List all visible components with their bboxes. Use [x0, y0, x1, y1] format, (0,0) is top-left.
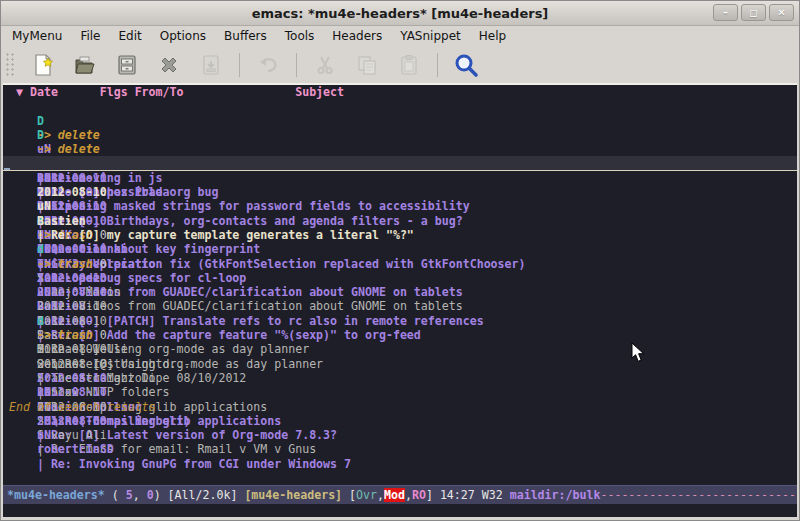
- modeline-segment-mod: Mod: [384, 488, 405, 502]
- maximize-button[interactable]: ◻: [741, 4, 766, 21]
- toolbar-separator: [296, 53, 297, 77]
- copy-icon: [355, 53, 379, 77]
- undo-button[interactable]: [250, 50, 286, 80]
- toolbar-separator: [437, 53, 438, 77]
- row-from: robertcInSD: [37, 442, 198, 456]
- modeline-segment-dashes: --------------------------------: [600, 488, 797, 502]
- close-buffer-button[interactable]: [151, 50, 187, 80]
- cut-button[interactable]: [307, 50, 343, 80]
- echo-area[interactable]: [3, 504, 797, 517]
- window-controls: –◻✕: [713, 4, 794, 21]
- row-mark: D: [37, 128, 51, 142]
- modeline-segment-buffer: *mu4e-headers*: [7, 488, 105, 502]
- modeline-segment-dir: maildir:/bulk: [510, 488, 601, 502]
- toolbar-separator: [239, 53, 240, 77]
- cut-scissors-icon: [313, 53, 337, 77]
- row-date: 2012-08-09: [37, 414, 114, 428]
- row-flags: uN: [37, 199, 72, 213]
- row-from: Bastien: [37, 214, 198, 228]
- modeline-segment-ovr: Ovr: [356, 488, 377, 502]
- menu-item-tools[interactable]: Tools: [276, 27, 324, 45]
- menu-item-options[interactable]: Options: [151, 27, 215, 45]
- modeline-segment-ro: RO: [412, 488, 426, 502]
- header-row[interactable]: 2012-08-10 uN Bastien | Re: [O] Birthday…: [3, 142, 797, 156]
- row-mark: D: [37, 114, 51, 128]
- menu-item-edit[interactable]: Edit: [110, 27, 151, 45]
- modeline-segment-plain: ,: [377, 488, 384, 502]
- titlebar[interactable]: emacs: *mu4e-headers* [mu4e-headers] –◻✕: [1, 1, 799, 26]
- window-frame-bottom: [1, 517, 799, 520]
- menu-item-help[interactable]: Help: [470, 27, 515, 45]
- undo-icon: [256, 53, 280, 77]
- search-button[interactable]: [448, 50, 484, 80]
- paste-button[interactable]: [391, 50, 427, 80]
- modeline-segment-plain: ,: [133, 488, 147, 502]
- emacs-window: emacs: *mu4e-headers* [mu4e-headers] –◻✕…: [0, 0, 800, 521]
- save-icon: [115, 53, 139, 77]
- header-row[interactable]: 2012-08-10 uN Mario Sanchez Prada | Expo…: [3, 128, 797, 142]
- modeline: *mu4e-headers* ( 5, 0) [All/2.0k] [mu4e-…: [3, 485, 797, 504]
- menu-item-yasnippet[interactable]: YASnippet: [391, 27, 470, 45]
- window-title: emacs: *mu4e-headers* [mu4e-headers]: [252, 6, 549, 21]
- minimize-button[interactable]: –: [713, 4, 738, 21]
- modeline-segment-num: 5: [126, 488, 133, 502]
- modeline-segment-plain: 14:27 W32: [440, 488, 510, 502]
- headers-list: D -> delete uN Andreas Röhler | Re: movi…: [3, 99, 797, 399]
- modeline-segment-plain: [: [342, 488, 356, 502]
- column-header-line: ▼ Date Flgs From/To Subject: [3, 85, 797, 99]
- row-mark: d: [37, 242, 51, 256]
- modeline-segment-plain: (: [105, 488, 126, 502]
- new-file-button[interactable]: [25, 50, 61, 80]
- paste-clipboard-icon: [397, 53, 421, 77]
- modeline-segment-mode: [mu4e-headers]: [244, 488, 342, 502]
- open-file-button[interactable]: [67, 50, 103, 80]
- row-date: 2012-08-10: [37, 185, 114, 199]
- menubar: MyMenuFileEditOptionsBuffersToolsHeaders…: [1, 26, 799, 46]
- toolbar-grip-handle[interactable]: [5, 52, 15, 78]
- modeline-segment-plain: ) [All/2.0k]: [154, 488, 245, 502]
- toolbar: [1, 46, 799, 83]
- new-file-icon: [31, 53, 55, 77]
- search-icon: [453, 52, 479, 78]
- headers-buffer[interactable]: ▼ Date Flgs From/To Subject D -> delete …: [3, 83, 797, 485]
- open-folder-icon: [73, 53, 97, 77]
- end-of-search-results: End of search results: [3, 400, 797, 414]
- header-row[interactable]: D -> delete uaN Bastien | Re: [O] possib…: [3, 114, 797, 128]
- save-buffer-button[interactable]: [109, 50, 145, 80]
- row-subject: | Re: Invoking GnuPG from CGI under Wind…: [37, 457, 351, 471]
- menu-item-headers[interactable]: Headers: [323, 27, 391, 45]
- modeline-segment-num: 0: [147, 488, 154, 502]
- save-as-button[interactable]: [193, 50, 229, 80]
- close-icon: [157, 53, 181, 77]
- copy-button[interactable]: [349, 50, 385, 80]
- menu-item-buffers[interactable]: Buffers: [215, 27, 276, 45]
- row-subject: | Re: [O] my capture template generates …: [37, 228, 414, 242]
- row-mark: d: [37, 314, 51, 328]
- menu-item-mymenu[interactable]: MyMenu: [3, 27, 71, 45]
- modeline-segment-plain: ,: [405, 488, 412, 502]
- header-row[interactable]: 2012-08-10 uN Bastien | Re: [O] my captu…: [3, 156, 797, 170]
- header-row[interactable]: D -> delete uN Andreas Röhler | Re: movi…: [3, 99, 797, 113]
- close-button[interactable]: ✕: [769, 4, 794, 21]
- modeline-segment-plain: ]: [426, 488, 440, 502]
- row-flags: uN: [37, 428, 72, 442]
- save-as-icon: [199, 53, 223, 77]
- menu-item-file[interactable]: File: [71, 27, 109, 45]
